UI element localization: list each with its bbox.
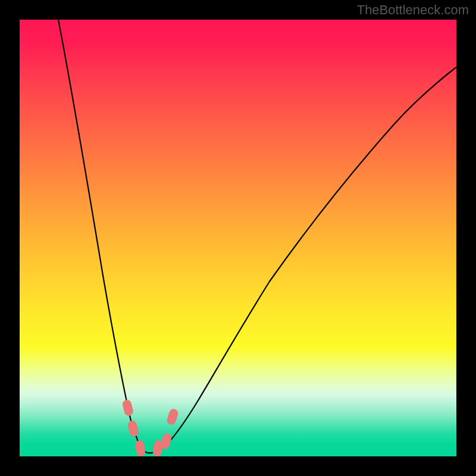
chart-frame: TheBottleneck.com bbox=[0, 0, 476, 476]
plot-area bbox=[20, 20, 456, 456]
watermark-text: TheBottleneck.com bbox=[357, 2, 469, 18]
